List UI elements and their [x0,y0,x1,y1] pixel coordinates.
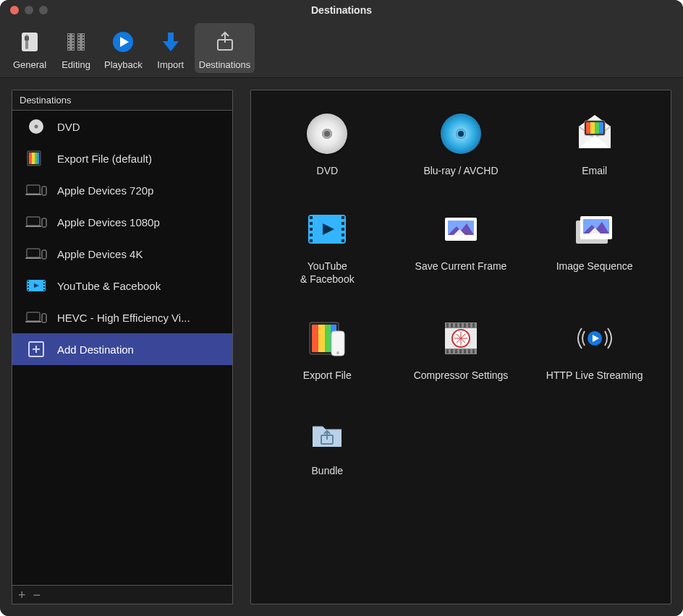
window-title: Destinations [0,4,683,16]
template-image-sequence[interactable]: Image Sequence [537,206,653,273]
template-email[interactable]: Email [537,111,653,177]
sidebar-list[interactable]: DVD Export File (default) Apple Devices … [12,110,233,586]
import-icon [156,27,185,56]
sidebar-item-label: Export File (default) [57,153,152,165]
toolbar-label: Destinations [199,59,251,70]
toolbar-label: Editing [61,59,90,70]
destination-templates-panel: DVD Blu-ray / AVCHD Email YouTube & Face… [250,90,671,604]
preferences-window: Destinations General Editing Playback Im… [0,0,683,616]
toolbar-import[interactable]: Import [148,23,193,73]
template-bluray[interactable]: Blu-ray / AVCHD [403,111,519,177]
bluray-disc-icon [438,111,484,157]
sidebar-item-dvd[interactable]: DVD [12,111,232,142]
template-label: Blu-ray / AVCHD [423,164,498,177]
destination-templates-grid: DVD Blu-ray / AVCHD Email YouTube & Face… [264,111,658,477]
sidebar-item-label: Add Destination [57,343,134,356]
sidebar-item-label: DVD [57,121,80,133]
sidebar-item-label: Apple Devices 720p [57,184,153,197]
template-youtube-facebook[interactable]: YouTube & Facebook [269,206,385,286]
general-icon [15,27,44,56]
template-compressor[interactable]: Compressor Settings [403,315,519,382]
template-label: Export File [303,369,352,382]
youtube-facebook-icon [304,206,350,252]
bundle-folder-icon [304,411,350,457]
remove-destination-button[interactable]: − [33,589,41,602]
sidebar-item-label: Apple Devices 1080p [57,216,160,228]
sidebar-item-apple-4k[interactable]: Apple Devices 4K [12,238,232,270]
template-label: Image Sequence [556,260,633,273]
youtube-facebook-icon [25,277,47,294]
sidebar-item-add-destination[interactable]: Add Destination [12,333,232,365]
template-label: Compressor Settings [414,369,509,382]
destinations-icon [211,27,239,56]
window-controls [10,6,48,14]
toolbar-label: Playback [104,59,143,70]
export-file-icon [304,315,350,362]
disc-icon [25,118,47,135]
preferences-toolbar: General Editing Playback Import Destinat… [0,20,683,78]
sidebar-header: Destinations [12,90,233,110]
email-icon [572,111,618,157]
sidebar-item-hevc[interactable]: HEVC - High Efficiency Vi... [12,301,232,333]
template-label: YouTube & Facebook [300,260,355,286]
template-label: DVD [317,164,339,177]
close-button[interactable] [10,6,19,14]
toolbar-label: General [13,59,46,70]
template-dvd[interactable]: DVD [269,111,385,177]
toolbar-general[interactable]: General [7,23,52,73]
toolbar-destinations[interactable]: Destinations [195,23,255,73]
disc-icon [304,111,350,157]
add-destination-button[interactable]: + [18,589,26,602]
apple-device-icon [25,213,47,231]
toolbar-playback[interactable]: Playback [100,23,147,73]
hls-icon [572,315,618,362]
content-area: Destinations DVD Export File (default) A… [0,78,683,616]
template-save-frame[interactable]: Save Current Frame [403,206,519,273]
photo-stack-icon [572,206,618,252]
plus-box-icon [25,341,47,358]
destinations-sidebar: Destinations DVD Export File (default) A… [12,90,233,604]
titlebar: Destinations [0,0,683,20]
sidebar-footer: + − [12,586,233,604]
template-label: Save Current Frame [415,260,507,273]
template-label: Email [582,164,607,177]
template-export-file[interactable]: Export File [269,315,385,382]
playback-icon [109,27,137,56]
sidebar-item-label: Apple Devices 4K [57,248,143,260]
template-hls[interactable]: HTTP Live Streaming [537,315,653,382]
sidebar-item-apple-1080p[interactable]: Apple Devices 1080p [12,206,232,238]
editing-icon [61,27,90,56]
sidebar-item-label: YouTube & Facebook [57,280,161,292]
export-file-icon [25,150,47,167]
sidebar-item-apple-720p[interactable]: Apple Devices 720p [12,174,232,206]
sidebar-item-export-file[interactable]: Export File (default) [12,142,232,174]
toolbar-editing[interactable]: Editing [54,23,98,73]
template-label: Bundle [312,464,344,477]
sidebar-item-label: HEVC - High Efficiency Vi... [57,312,190,324]
apple-device-icon [25,245,47,262]
template-bundle[interactable]: Bundle [269,411,385,477]
toolbar-label: Import [157,59,184,70]
photo-icon [438,206,484,252]
minimize-button[interactable] [25,6,33,14]
apple-device-icon [25,309,47,326]
sidebar-item-youtube-facebook[interactable]: YouTube & Facebook [12,270,232,301]
apple-device-icon [25,181,47,199]
template-label: HTTP Live Streaming [546,369,643,382]
compressor-icon [438,315,484,362]
zoom-button[interactable] [39,6,48,14]
